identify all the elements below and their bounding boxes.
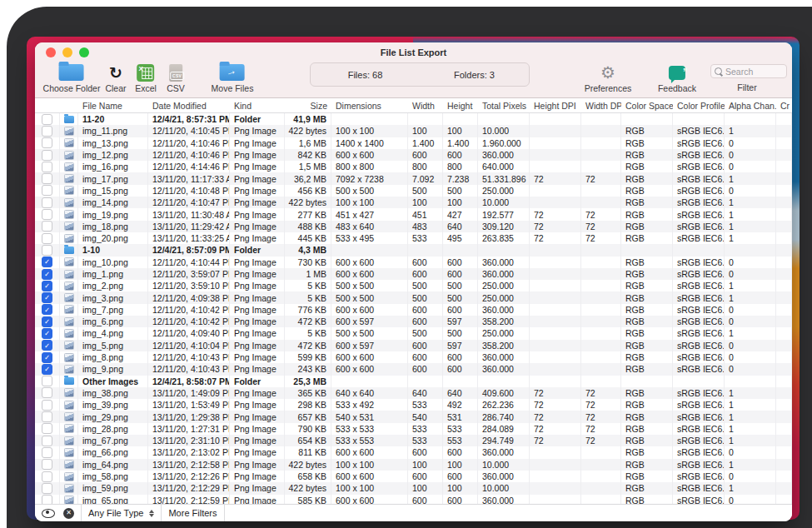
table-row[interactable]: img_19.png13/11/20, 11:30:48 AMPng Image…: [35, 208, 792, 220]
row-checkbox[interactable]: [35, 376, 60, 387]
row-checkbox[interactable]: [35, 495, 60, 505]
file-type-dropdown[interactable]: Any File Type: [82, 505, 161, 521]
column-header[interactable]: Height: [443, 99, 478, 112]
column-header[interactable]: Alpha Chan...: [725, 99, 776, 112]
checkbox-unchecked[interactable]: [42, 173, 52, 184]
row-checkbox[interactable]: ✓: [35, 363, 60, 375]
row-checkbox[interactable]: ✓: [35, 351, 60, 363]
checkbox-unchecked[interactable]: [42, 411, 52, 422]
checkbox-checked[interactable]: ✓: [42, 257, 52, 267]
checkbox-unchecked[interactable]: [42, 471, 52, 482]
checkbox-checked[interactable]: ✓: [42, 364, 52, 375]
preferences-button[interactable]: ⚙ Preferences: [585, 62, 632, 93]
table-row[interactable]: img_15.png12/11/20, 4:10:48 PMPng Image4…: [35, 185, 792, 197]
clear-filters-button[interactable]: ✕: [62, 505, 81, 521]
table-row[interactable]: ✓img_9.png12/11/20, 4:10:43 PMPng Image2…: [35, 363, 792, 375]
row-checkbox[interactable]: [35, 125, 60, 137]
table-row[interactable]: ✓img_10.png12/11/20, 4:10:44 PMPng Image…: [35, 257, 792, 268]
checkbox-unchecked[interactable]: [42, 387, 52, 398]
table-row[interactable]: img_20.png13/11/20, 11:33:25 AMPng Image…: [35, 232, 792, 244]
row-checkbox[interactable]: [35, 446, 60, 458]
row-checkbox[interactable]: ✓: [35, 291, 60, 303]
row-checkbox[interactable]: [35, 399, 60, 411]
row-checkbox[interactable]: ✓: [35, 280, 60, 291]
table-row[interactable]: ✓img_1.png12/11/20, 3:59:07 PMPng Image1…: [35, 268, 792, 280]
table-row[interactable]: img_58.png13/11/20, 2:12:26 PMPng Image6…: [35, 471, 792, 482]
feedback-button[interactable]: ” Feedback: [658, 62, 696, 93]
row-checkbox[interactable]: [35, 149, 60, 161]
checkbox-checked[interactable]: ✓: [42, 328, 52, 339]
table-row[interactable]: img_66.png13/11/20, 2:13:02 PMPng Image8…: [35, 446, 792, 458]
csv-export-button[interactable]: CSV CSV: [167, 62, 185, 93]
checkbox-unchecked[interactable]: [42, 209, 52, 220]
row-checkbox[interactable]: [35, 185, 60, 197]
row-checkbox[interactable]: [35, 244, 60, 256]
choose-folder-button[interactable]: Choose Folder: [43, 62, 101, 93]
checkbox-unchecked[interactable]: [42, 400, 52, 411]
checkbox-checked[interactable]: ✓: [42, 304, 52, 315]
checkbox-checked[interactable]: ✓: [42, 292, 52, 303]
column-header[interactable]: File Name: [78, 99, 148, 112]
row-checkbox[interactable]: [35, 113, 60, 125]
row-checkbox[interactable]: ✓: [35, 268, 60, 280]
table-row[interactable]: img_18.png13/11/20, 11:29:42 AMPng Image…: [35, 221, 792, 232]
row-checkbox[interactable]: ✓: [35, 340, 60, 351]
checkbox-unchecked[interactable]: [42, 126, 52, 137]
row-checkbox[interactable]: [35, 221, 60, 232]
row-checkbox[interactable]: [35, 471, 60, 482]
checkbox-unchecked[interactable]: [42, 150, 52, 161]
checkbox-unchecked[interactable]: [42, 233, 52, 244]
checkbox-unchecked[interactable]: [42, 221, 52, 232]
table-row[interactable]: img_13.png12/11/20, 4:10:46 PMPng Image1…: [35, 137, 792, 149]
table-row[interactable]: img_59.png13/11/20, 2:12:29 PMPng Image4…: [35, 482, 792, 494]
column-header[interactable]: Color Space: [621, 99, 673, 112]
toggle-preview-button[interactable]: [35, 505, 62, 521]
more-filters-button[interactable]: More Filters: [162, 505, 223, 521]
row-checkbox[interactable]: [35, 232, 60, 244]
checkbox-unchecked[interactable]: [42, 459, 52, 470]
table-row[interactable]: ✓img_5.png12/11/20, 4:10:04 PMPng Image4…: [35, 340, 792, 351]
table-row[interactable]: ✓img_8.png12/11/20, 4:10:43 PMPng Image5…: [35, 351, 792, 363]
row-checkbox[interactable]: [35, 137, 60, 149]
row-checkbox[interactable]: ✓: [35, 257, 60, 268]
column-header[interactable]: Width: [408, 99, 443, 112]
checkbox-unchecked[interactable]: [42, 447, 52, 458]
column-header[interactable]: Dimensions: [331, 99, 408, 112]
column-header[interactable]: Kind: [230, 99, 285, 112]
excel-export-button[interactable]: X Excel: [135, 62, 157, 93]
column-header[interactable]: Total Pixels: [478, 99, 530, 112]
column-header[interactable]: Height DPI: [530, 99, 581, 112]
checkbox-checked[interactable]: ✓: [42, 316, 52, 327]
row-checkbox[interactable]: ✓: [35, 327, 60, 339]
clear-button[interactable]: ↻ Clear: [105, 62, 126, 93]
checkbox-unchecked[interactable]: [42, 376, 52, 386]
checkbox-unchecked[interactable]: [42, 162, 52, 172]
row-checkbox[interactable]: [35, 435, 60, 446]
table-row[interactable]: 1-1012/4/21, 8:57:09 PMFolder4,3 MB: [35, 244, 792, 256]
checkbox-unchecked[interactable]: [42, 137, 52, 148]
table-row[interactable]: ✓img_3.png12/11/20, 4:09:38 PMPng Image5…: [35, 291, 792, 303]
row-checkbox[interactable]: ✓: [35, 316, 60, 327]
table-row[interactable]: img_38.png13/11/20, 1:49:09 PMPng Image3…: [35, 387, 792, 399]
table-row[interactable]: ✓img_6.png12/11/20, 4:10:42 PMPng Image4…: [35, 316, 792, 327]
checkbox-checked[interactable]: ✓: [42, 340, 52, 351]
table-row[interactable]: img_64.png13/11/20, 2:12:58 PMPng Image4…: [35, 459, 792, 471]
row-checkbox[interactable]: [35, 387, 60, 399]
checkbox-unchecked[interactable]: [42, 483, 52, 494]
table-row[interactable]: Other Images12/4/21, 8:58:07 PMFolder25,…: [35, 376, 792, 387]
table-row[interactable]: img_65.png13/11/20, 2:12:59 PMPng Image5…: [35, 495, 792, 505]
row-checkbox[interactable]: [35, 208, 60, 220]
search-input[interactable]: Search: [710, 64, 787, 78]
checkbox-checked[interactable]: ✓: [42, 281, 52, 291]
row-checkbox[interactable]: [35, 197, 60, 208]
checkbox-unchecked[interactable]: [42, 245, 52, 256]
row-checkbox[interactable]: [35, 459, 60, 471]
titlebar[interactable]: File List Export: [35, 42, 792, 61]
table-row[interactable]: img_28.png13/11/20, 1:27:31 PMPng Image7…: [35, 423, 792, 435]
row-checkbox[interactable]: [35, 482, 60, 494]
row-checkbox[interactable]: [35, 423, 60, 435]
row-checkbox[interactable]: [35, 172, 60, 184]
column-header[interactable]: Cr: [776, 99, 792, 112]
table-row[interactable]: ✓img_7.png12/11/20, 4:10:42 PMPng Image7…: [35, 304, 792, 316]
checkbox-unchecked[interactable]: [42, 185, 52, 196]
